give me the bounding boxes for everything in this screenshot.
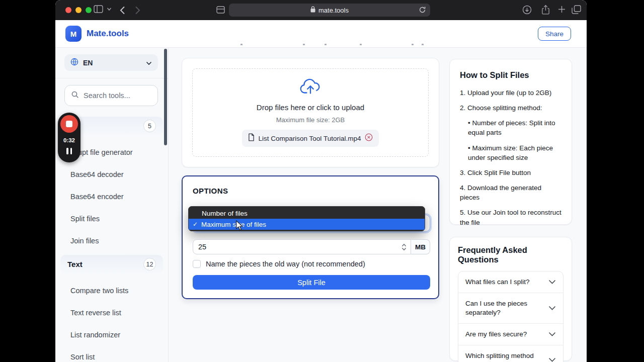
tool-label: rupt file generator <box>75 148 133 156</box>
faq-question: Are my files secure? <box>465 330 527 339</box>
howto-step-bullet: • Number of pieces: Split into equal par… <box>460 118 561 137</box>
tab-overview-icon[interactable] <box>572 5 581 14</box>
options-panel: OPTIONS Number of files ✓ Maximum size o… <box>182 175 439 299</box>
search-box[interactable] <box>64 85 158 106</box>
share-page-icon[interactable] <box>541 5 550 15</box>
sidebar-item-split-files[interactable]: Split files <box>55 208 168 230</box>
sidebar-category-text[interactable]: Text 12 <box>60 255 163 274</box>
url-text: mate.tools <box>318 7 349 14</box>
share-button[interactable]: Share <box>538 27 571 41</box>
tool-label: Compare two lists <box>70 287 128 295</box>
page-body: EN 5 rupt file generator <box>55 48 587 362</box>
old-naming-label: Name the pieces the old way (not recomme… <box>206 260 365 268</box>
faq-question: What files can I split? <box>465 278 530 287</box>
menu-option-label: Maximum size of files <box>201 221 266 228</box>
menu-option-label: Number of files <box>202 210 248 217</box>
text-category-label: Text <box>67 260 83 268</box>
uploaded-file-name: List Comparison Tool Tutorial.mp4 <box>259 135 361 142</box>
site-header: M Mate.tools Share <box>55 20 587 48</box>
size-input[interactable] <box>193 243 294 251</box>
tool-label: Split files <box>70 215 100 223</box>
chevron-down-icon <box>146 58 152 67</box>
page-icon[interactable] <box>216 6 225 14</box>
brand-logo[interactable]: M <box>65 26 82 42</box>
sidebar-item-sort-list[interactable]: Sort list <box>55 346 168 362</box>
clipped-text-remnant <box>240 44 243 45</box>
howto-step: 3. Click Split File button <box>460 168 561 177</box>
stop-icon <box>66 121 72 127</box>
chevron-down-icon <box>548 278 556 287</box>
back-icon[interactable] <box>120 6 125 15</box>
sidebar-item-compare-two-lists[interactable]: Compare two lists <box>55 280 168 302</box>
uploaded-file-chip: List Comparison Tool Tutorial.mp4 <box>242 130 379 147</box>
recording-timer: 0:32 <box>63 137 75 143</box>
dropzone[interactable]: Drop files here or click to upload Maxim… <box>192 68 429 157</box>
menu-option-number-of-files[interactable]: Number of files <box>189 208 425 219</box>
text-category-badge: 12 <box>143 258 156 270</box>
browser-chrome: mate.tools <box>55 0 587 20</box>
close-window-button[interactable] <box>65 7 71 13</box>
tool-label: List randomizer <box>70 331 120 339</box>
brand-logo-letter: M <box>70 30 77 38</box>
howto-step: 2. Choose splitting method: <box>460 103 561 113</box>
refresh-icon[interactable] <box>419 6 426 16</box>
pause-recording-button[interactable] <box>66 148 72 154</box>
faq-item-which-method[interactable]: Which splitting method should I use? <box>458 345 563 362</box>
howto-title: How to Split Files <box>460 70 561 80</box>
new-tab-icon[interactable] <box>557 5 566 14</box>
browser-window: mate.tools M Mate.tools Share <box>55 0 587 362</box>
options-title: OPTIONS <box>193 187 228 195</box>
faq-item-files-secure[interactable]: Are my files secure? <box>458 323 563 345</box>
max-size-note: Maximum file size: 2GB <box>276 116 345 124</box>
faq-item-pieces-separately[interactable]: Can I use the pieces separately? <box>458 293 563 323</box>
pause-icon <box>66 148 68 154</box>
minimize-window-button[interactable] <box>75 7 82 13</box>
howto-step: 1. Upload your file (up to 2GB) <box>460 88 561 98</box>
clipped-text-remnant <box>412 44 414 45</box>
howto-step: 5. Use our Join tool to reconstruct the … <box>460 208 561 227</box>
cloud-upload-icon <box>299 78 321 97</box>
remove-file-icon[interactable] <box>365 133 373 143</box>
sidebar-toggle-icon[interactable] <box>94 5 103 13</box>
sidebar-chevron-icon[interactable] <box>107 7 112 11</box>
howto-panel: How to Split Files 1. Upload your file (… <box>449 59 572 225</box>
stop-recording-button[interactable] <box>60 115 78 133</box>
sidebar-item-join-files[interactable]: Join files <box>55 230 168 252</box>
address-bar[interactable]: mate.tools <box>229 4 430 17</box>
chevron-down-icon <box>548 355 556 362</box>
clipped-text-remnant <box>360 44 362 45</box>
faq-list: What files can I split? Can I use the pi… <box>458 271 564 362</box>
globe-icon <box>70 58 78 68</box>
downloads-icon[interactable] <box>522 5 532 15</box>
files-category-badge: 5 <box>143 120 156 132</box>
pause-icon <box>70 148 72 154</box>
main-content: Drop files here or click to upload Maxim… <box>169 48 587 362</box>
brand-name[interactable]: Mate.tools <box>87 29 129 39</box>
chevron-down-icon <box>548 304 556 313</box>
tool-label: Base64 decoder <box>70 170 124 178</box>
faq-item-what-files[interactable]: What files can I split? <box>458 272 563 293</box>
sidebar-item-text-reverse-list[interactable]: Text reverse list <box>55 302 168 324</box>
language-selector[interactable]: EN <box>64 54 158 71</box>
sidebar-scrollbar[interactable] <box>164 49 167 145</box>
search-input[interactable] <box>84 92 154 100</box>
tool-label: Join files <box>70 237 99 245</box>
forward-icon[interactable] <box>135 6 140 15</box>
menu-option-maximum-size[interactable]: ✓ Maximum size of files <box>189 219 425 230</box>
clipped-text-remnant <box>303 44 305 45</box>
sidebar-item-base64-decoder[interactable]: Base64 decoder <box>55 163 168 186</box>
sidebar-item-list-randomizer[interactable]: List randomizer <box>55 324 168 346</box>
split-method-dropdown-menu: Number of files ✓ Maximum size of files <box>188 206 425 231</box>
screen-recorder-widget: 0:32 <box>58 113 80 162</box>
stepper-icon[interactable] <box>401 243 407 251</box>
sidebar-item-base64-encoder[interactable]: Base64 encoder <box>55 186 168 208</box>
old-naming-checkbox[interactable] <box>193 260 201 268</box>
naming-option-row: Name the pieces the old way (not recomme… <box>193 260 365 268</box>
split-file-button[interactable]: Split File <box>193 275 430 290</box>
checkmark-icon: ✓ <box>192 221 198 228</box>
share-button-label: Share <box>545 30 564 38</box>
zoom-window-button[interactable] <box>86 7 92 13</box>
faq-title: Frequently Asked Questions <box>458 245 564 264</box>
sidebar-divider <box>55 78 168 78</box>
faq-panel: Frequently Asked Questions What files ca… <box>449 237 572 361</box>
